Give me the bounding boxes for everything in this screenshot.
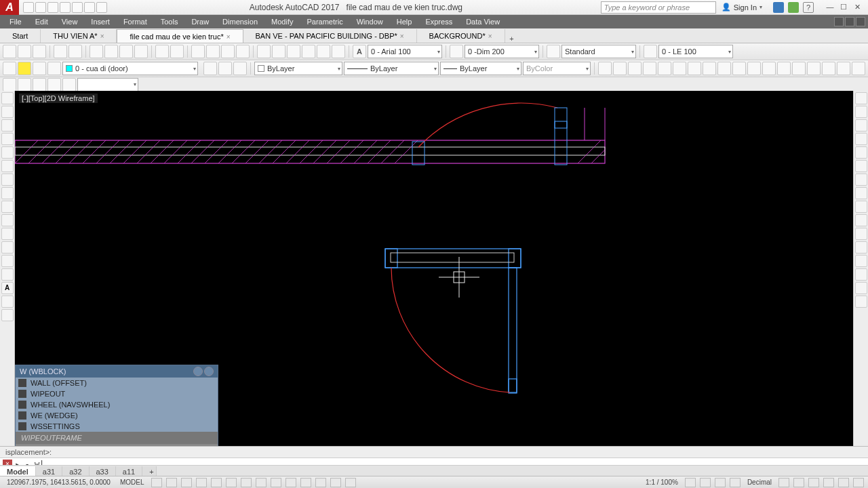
dim-quick-button[interactable] (703, 62, 716, 75)
line-icon[interactable] (1, 92, 14, 104)
dim-inspect-button[interactable] (807, 62, 821, 75)
dyn-toggle[interactable] (271, 478, 281, 487)
units-label[interactable]: Decimal (745, 479, 774, 486)
misc-btn-5[interactable] (62, 78, 76, 92)
ws-switch[interactable] (715, 478, 726, 487)
join-icon[interactable] (855, 255, 867, 267)
pline-icon[interactable] (1, 106, 14, 118)
table-style-icon[interactable] (547, 45, 560, 58)
tab-thuvien[interactable]: THU VIEN A*× (41, 29, 117, 43)
tab-background[interactable]: BACKGROUND*× (417, 29, 505, 43)
lineweight-dropdown[interactable]: ByLayer (440, 62, 521, 75)
menu-format[interactable]: Format (117, 15, 154, 28)
clean-screen[interactable] (838, 478, 849, 487)
doc-min-icon[interactable] (834, 17, 844, 26)
layer-iso-button[interactable] (218, 62, 232, 75)
osnap-toggle[interactable] (211, 478, 222, 487)
dim-space-button[interactable] (747, 62, 761, 75)
drawing-canvas[interactable]: [-][Top][2D Wireframe] (15, 91, 853, 457)
copy-button[interactable] (104, 45, 118, 58)
spline-icon[interactable] (1, 187, 14, 199)
menu-file[interactable]: File (3, 15, 28, 28)
rotate-icon[interactable] (855, 174, 867, 186)
dim-cont-button[interactable] (732, 62, 746, 75)
sc-toggle[interactable] (330, 478, 341, 487)
app-store-icon[interactable] (788, 2, 799, 13)
misc-btn-3[interactable] (33, 78, 46, 92)
tab-close-icon[interactable]: × (100, 33, 104, 40)
fillet-icon[interactable] (855, 282, 867, 294)
tool-palette-button[interactable] (287, 45, 300, 58)
undo-icon[interactable] (72, 2, 83, 13)
dim-style-icon[interactable] (450, 45, 463, 58)
erase-icon[interactable] (855, 92, 867, 104)
tab-close-icon[interactable]: × (400, 33, 404, 40)
saveas-icon[interactable] (60, 2, 71, 13)
misc-dropdown[interactable] (77, 78, 138, 92)
lwt-toggle[interactable] (285, 478, 296, 487)
ducs-toggle[interactable] (256, 478, 267, 487)
layer-state-button[interactable] (203, 62, 217, 75)
markup-button[interactable] (317, 45, 330, 58)
circle-icon[interactable] (1, 119, 14, 131)
tab-banve[interactable]: BAN VE - PAN PACIFIC BUILDING - DBP*× (243, 29, 417, 43)
extend-icon[interactable] (855, 228, 867, 240)
plot-button[interactable] (54, 45, 67, 58)
dim-linear-button[interactable] (598, 62, 612, 75)
menu-window[interactable]: Window (350, 15, 390, 28)
scale-label[interactable]: 1:1 / 100% (643, 479, 681, 486)
menu-parametric[interactable]: Parametric (300, 15, 349, 28)
open-button[interactable] (18, 45, 31, 58)
save-button[interactable] (33, 45, 46, 58)
properties-button[interactable] (257, 45, 271, 58)
undo-button[interactable] (155, 45, 169, 58)
tab-active[interactable]: file cad mau de ve kien truc*× (117, 29, 243, 43)
search-input[interactable]: Type a keyword or phrase (601, 1, 716, 14)
ac-item-wipeout[interactable]: WIPEOUT (16, 388, 218, 399)
menu-express[interactable]: Express (418, 15, 459, 28)
space-label[interactable]: MODEL (117, 479, 147, 486)
misc-btn-2[interactable] (18, 78, 31, 92)
dim-aligned-button[interactable] (613, 62, 627, 75)
tab-close-icon[interactable]: × (488, 33, 492, 40)
tab-start[interactable]: Start (0, 29, 41, 43)
layer-props-button[interactable] (3, 62, 16, 75)
ac-item-wedge[interactable]: WE (WEDGE) (16, 410, 218, 421)
linetype-dropdown[interactable]: ByLayer (344, 62, 439, 75)
dim-update-button[interactable] (852, 62, 865, 75)
qp-toggle[interactable] (315, 478, 326, 487)
ac-item-wheel[interactable]: WHEEL (NAVSWHEEL) (16, 399, 218, 410)
app-logo[interactable]: A (0, 0, 19, 15)
misc-btn-4[interactable] (47, 78, 61, 92)
table-style-dropdown[interactable]: Standard (561, 45, 636, 58)
zoom-win-button[interactable] (221, 45, 235, 58)
maximize-icon[interactable]: ☐ (838, 2, 849, 13)
table-icon[interactable] (1, 228, 14, 240)
qcalc-button[interactable] (332, 45, 345, 58)
save-icon[interactable] (47, 2, 58, 13)
ac-item-wssettings[interactable]: WSSETTINGS (16, 421, 218, 432)
signin-button[interactable]: 👤 Sign In ▾ (716, 3, 768, 12)
layer-freeze-icon[interactable] (33, 62, 46, 75)
menu-dimension[interactable]: Dimension (216, 15, 264, 28)
new-button[interactable] (3, 45, 16, 58)
gradient-icon[interactable] (1, 296, 14, 308)
zoom-button[interactable] (206, 45, 220, 58)
ac-internet-icon[interactable] (204, 367, 214, 376)
text-style-icon[interactable]: A (353, 45, 366, 58)
color-dropdown[interactable]: ByLayer (254, 62, 342, 75)
grid-toggle[interactable] (151, 478, 162, 487)
dim-ang-button[interactable] (688, 62, 701, 75)
anno-vis-toggle[interactable] (685, 478, 696, 487)
boundary-icon[interactable] (1, 309, 14, 321)
ac-item-wall[interactable]: WALL (OFFSET) (16, 378, 218, 388)
sheet-set-button[interactable] (302, 45, 315, 58)
menu-view[interactable]: View (55, 15, 85, 28)
menu-modify[interactable]: Modify (264, 15, 300, 28)
dim-ord-button[interactable] (643, 62, 656, 75)
open-icon[interactable] (35, 2, 46, 13)
print-icon[interactable] (96, 2, 107, 13)
dim-base-button[interactable] (717, 62, 731, 75)
3dosnap-toggle[interactable] (226, 478, 237, 487)
layer-dropdown[interactable]: 0 - cua di (door) (62, 62, 198, 75)
